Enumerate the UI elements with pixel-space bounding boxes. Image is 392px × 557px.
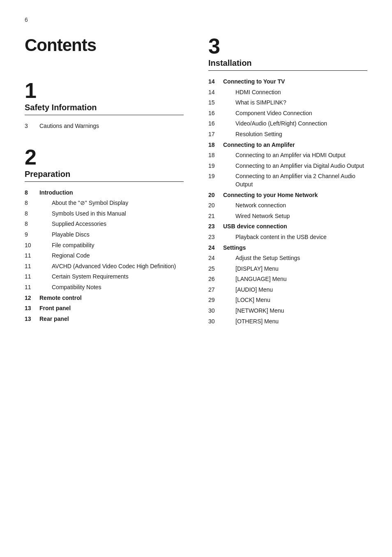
toc-row: 15 What is SIMPLINK? bbox=[208, 97, 367, 108]
item-text: Video/Audio (Left/Right) Connection bbox=[223, 118, 367, 129]
page-number: 6 bbox=[25, 16, 367, 23]
section-1: 1 Safety Information 3 Cautions and Warn… bbox=[25, 80, 184, 132]
toc-row: 16 Component Video Connection bbox=[208, 108, 367, 119]
page-num: 30 bbox=[208, 306, 223, 316]
item-text: Component Video Connection bbox=[223, 108, 367, 119]
section-3-title: Installation bbox=[208, 58, 367, 68]
page-num: 13 bbox=[25, 303, 39, 314]
toc-row: 8 Introduction bbox=[25, 188, 184, 198]
toc-row: 26 [LANGUAGE] Menu bbox=[208, 274, 367, 285]
item-text: Connecting to Your TV bbox=[223, 77, 367, 87]
item-text: Resolution Setting bbox=[223, 129, 367, 140]
page-num: 18 bbox=[208, 140, 223, 151]
page-num: 23 bbox=[208, 221, 223, 232]
section-3-divider bbox=[208, 70, 367, 71]
page-num: 24 bbox=[208, 253, 223, 264]
toc-row: 8 Symbols Used in this Manual bbox=[25, 209, 184, 219]
section-1-toc: 3 Cautions and Warnings bbox=[25, 121, 184, 132]
page-num: 20 bbox=[208, 190, 223, 201]
toc-row: 3 Cautions and Warnings bbox=[25, 121, 184, 132]
item-text: [LANGUAGE] Menu bbox=[223, 274, 367, 285]
page-num: 15 bbox=[208, 97, 223, 108]
page-num: 27 bbox=[208, 285, 223, 295]
section-3-number: 3 bbox=[208, 35, 367, 57]
page-num: 14 bbox=[208, 87, 223, 98]
section-2-divider bbox=[25, 181, 184, 182]
item-text: [NETWORK] Menu bbox=[223, 306, 367, 316]
toc-row: 23 USB device connection bbox=[208, 221, 367, 232]
page-num: 20 bbox=[208, 200, 223, 211]
toc-row: 14 HDMI Connection bbox=[208, 87, 367, 98]
section-3: 3 Installation 14 Connecting to Your TV … bbox=[208, 35, 367, 327]
item-text: Network connection bbox=[223, 200, 367, 211]
toc-row: 24 Settings bbox=[208, 243, 367, 253]
item-text: About the "⊘" Symbol Display bbox=[39, 198, 184, 209]
page-num: 19 bbox=[208, 171, 223, 190]
toc-row: 20 Connecting to your Home Network bbox=[208, 190, 367, 201]
page-num: 26 bbox=[208, 274, 223, 285]
toc-row: 12 Remote control bbox=[25, 293, 184, 304]
page-num: 8 bbox=[25, 219, 39, 230]
toc-row: 8 Supplied Accessories bbox=[25, 219, 184, 230]
toc-row: 9 Playable Discs bbox=[25, 230, 184, 240]
toc-row: 13 Front panel bbox=[25, 303, 184, 314]
page-num: 25 bbox=[208, 264, 223, 274]
page-num: 16 bbox=[208, 108, 223, 119]
toc-row: 14 Connecting to Your TV bbox=[208, 77, 367, 87]
page-num: 21 bbox=[208, 211, 223, 222]
toc-row: 30 [OTHERS] Menu bbox=[208, 316, 367, 327]
page-num: 9 bbox=[25, 230, 39, 240]
item-text: Playback content in the USB device bbox=[223, 232, 367, 243]
item-text: Symbols Used in this Manual bbox=[39, 209, 184, 219]
toc-row: 19 Connecting to an Amplifier via 2 Chan… bbox=[208, 171, 367, 190]
item-text: Connecting to your Home Network bbox=[223, 190, 367, 201]
toc-row: 16 Video/Audio (Left/Right) Connection bbox=[208, 118, 367, 129]
item-text: [AUDIO] Menu bbox=[223, 285, 367, 295]
section-2-title: Preparation bbox=[25, 169, 184, 179]
item-text: Supplied Accessories bbox=[39, 219, 184, 230]
page-num: 13 bbox=[25, 314, 39, 325]
item-text: Connecting to an Amplifer bbox=[223, 140, 367, 151]
toc-row: 8 About the "⊘" Symbol Display bbox=[25, 198, 184, 209]
page-num: 8 bbox=[25, 188, 39, 198]
page-num: 8 bbox=[25, 209, 39, 219]
section-1-divider bbox=[25, 115, 184, 115]
toc-row: 11 Certain System Requirements bbox=[25, 272, 184, 282]
toc-row: 18 Connecting to an Amplifer bbox=[208, 140, 367, 151]
item-text: [DISPLAY] Menu bbox=[223, 264, 367, 274]
item-text: USB device connection bbox=[223, 221, 367, 232]
toc-row: 27 [AUDIO] Menu bbox=[208, 285, 367, 295]
item-text: HDMI Connection bbox=[223, 87, 367, 98]
toc-row: 25 [DISPLAY] Menu bbox=[208, 264, 367, 274]
item-text: File compatibility bbox=[39, 240, 184, 251]
page-num: 17 bbox=[208, 129, 223, 140]
item-text: [LOCK] Menu bbox=[223, 295, 367, 306]
page-num: 16 bbox=[208, 118, 223, 129]
page-num: 14 bbox=[208, 77, 223, 87]
item-text: Remote control bbox=[39, 293, 184, 304]
page-num: 29 bbox=[208, 295, 223, 306]
toc-row: 23 Playback content in the USB device bbox=[208, 232, 367, 243]
page-num: 10 bbox=[25, 240, 39, 251]
toc-row: 19 Connecting to an Amplifier via Digita… bbox=[208, 161, 367, 172]
item-text: Connecting to an Amplifer via HDMI Outpu… bbox=[223, 150, 367, 161]
item-text: Playable Discs bbox=[39, 230, 184, 240]
item-text: Certain System Requirements bbox=[39, 272, 184, 282]
page-num: 30 bbox=[208, 316, 223, 327]
item-text: Connecting to an Amplifier via Digital A… bbox=[223, 161, 367, 172]
section-2-toc: 8 Introduction 8 About the "⊘" Symbol Di… bbox=[25, 188, 184, 325]
page-num: 18 bbox=[208, 150, 223, 161]
item-text: AVCHD (Advanced Video Codec High Definit… bbox=[39, 261, 184, 272]
page-num: 11 bbox=[25, 251, 39, 261]
item-text: Settings bbox=[223, 243, 367, 253]
toc-row: 21 Wired Network Setup bbox=[208, 211, 367, 222]
section-3-toc: 14 Connecting to Your TV 14 HDMI Connect… bbox=[208, 77, 367, 327]
toc-row: 10 File compatibility bbox=[25, 240, 184, 251]
toc-row: 20 Network connection bbox=[208, 200, 367, 211]
section-1-title: Safety Information bbox=[25, 103, 184, 112]
page-num: 24 bbox=[208, 243, 223, 253]
page-num: 23 bbox=[208, 232, 223, 243]
item-text: Adjust the Setup Settings bbox=[223, 253, 367, 264]
page-num: 11 bbox=[25, 261, 39, 272]
toc-row: 11 Compatibility Notes bbox=[25, 282, 184, 293]
